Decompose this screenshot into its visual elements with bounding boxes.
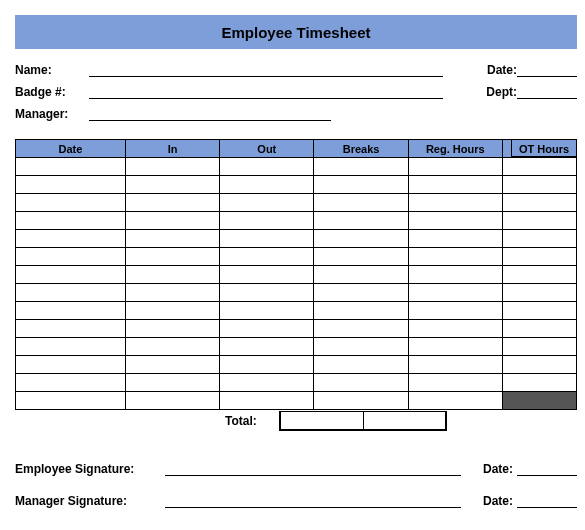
cell-out[interactable] bbox=[220, 338, 314, 356]
total-row: Total: bbox=[15, 410, 577, 432]
cell-out[interactable] bbox=[220, 230, 314, 248]
cell-ot[interactable] bbox=[502, 230, 576, 248]
cell-reg[interactable] bbox=[408, 356, 502, 374]
cell-ot[interactable] bbox=[502, 248, 576, 266]
cell-out[interactable] bbox=[220, 284, 314, 302]
cell-out[interactable] bbox=[220, 158, 314, 176]
cell-date[interactable] bbox=[16, 374, 126, 392]
cell-breaks[interactable] bbox=[314, 338, 408, 356]
employee-signature-field[interactable] bbox=[165, 462, 461, 476]
cell-out[interactable] bbox=[220, 302, 314, 320]
cell-ot[interactable] bbox=[502, 284, 576, 302]
cell-reg[interactable] bbox=[408, 194, 502, 212]
cell-reg[interactable] bbox=[408, 230, 502, 248]
cell-breaks[interactable] bbox=[314, 374, 408, 392]
cell-out[interactable] bbox=[220, 176, 314, 194]
cell-date[interactable] bbox=[16, 248, 126, 266]
cell-reg[interactable] bbox=[408, 248, 502, 266]
cell-reg[interactable] bbox=[408, 176, 502, 194]
manager-signature-field[interactable] bbox=[165, 494, 461, 508]
cell-reg[interactable] bbox=[408, 284, 502, 302]
cell-date[interactable] bbox=[16, 158, 126, 176]
table-row bbox=[16, 230, 577, 248]
cell-ot[interactable] bbox=[502, 212, 576, 230]
cell-in[interactable] bbox=[125, 248, 219, 266]
cell-date[interactable] bbox=[16, 284, 126, 302]
manager-field[interactable] bbox=[89, 107, 331, 121]
cell-out[interactable] bbox=[220, 356, 314, 374]
cell-breaks[interactable] bbox=[314, 392, 408, 410]
cell-out[interactable] bbox=[220, 212, 314, 230]
cell-in[interactable] bbox=[125, 230, 219, 248]
cell-ot[interactable] bbox=[502, 320, 576, 338]
cell-breaks[interactable] bbox=[314, 248, 408, 266]
cell-breaks[interactable] bbox=[314, 230, 408, 248]
cell-out[interactable] bbox=[220, 266, 314, 284]
cell-ot[interactable] bbox=[502, 302, 576, 320]
table-row bbox=[16, 158, 577, 176]
cell-ot[interactable] bbox=[502, 266, 576, 284]
cell-breaks[interactable] bbox=[314, 284, 408, 302]
cell-date[interactable] bbox=[16, 356, 126, 374]
dept-field[interactable] bbox=[517, 85, 577, 99]
cell-in[interactable] bbox=[125, 374, 219, 392]
cell-reg[interactable] bbox=[408, 392, 502, 410]
date-field[interactable] bbox=[517, 63, 577, 77]
cell-breaks[interactable] bbox=[314, 212, 408, 230]
cell-out[interactable] bbox=[220, 248, 314, 266]
cell-date[interactable] bbox=[16, 194, 126, 212]
cell-reg[interactable] bbox=[408, 266, 502, 284]
cell-in[interactable] bbox=[125, 212, 219, 230]
cell-date[interactable] bbox=[16, 338, 126, 356]
cell-ot[interactable] bbox=[502, 338, 576, 356]
cell-in[interactable] bbox=[125, 392, 219, 410]
total-breaks[interactable] bbox=[281, 412, 364, 429]
cell-reg[interactable] bbox=[408, 338, 502, 356]
badge-field[interactable] bbox=[89, 85, 443, 99]
cell-in[interactable] bbox=[125, 338, 219, 356]
cell-breaks[interactable] bbox=[314, 320, 408, 338]
cell-ot[interactable] bbox=[502, 194, 576, 212]
cell-in[interactable] bbox=[125, 320, 219, 338]
cell-in[interactable] bbox=[125, 176, 219, 194]
cell-in[interactable] bbox=[125, 284, 219, 302]
date-label: Date: bbox=[475, 63, 517, 77]
cell-in[interactable] bbox=[125, 266, 219, 284]
cell-in[interactable] bbox=[125, 158, 219, 176]
cell-ot[interactable] bbox=[502, 374, 576, 392]
cell-breaks[interactable] bbox=[314, 176, 408, 194]
cell-in[interactable] bbox=[125, 194, 219, 212]
total-reg[interactable] bbox=[364, 412, 446, 429]
manager-sig-date-field[interactable] bbox=[517, 494, 577, 508]
cell-out[interactable] bbox=[220, 392, 314, 410]
cell-out[interactable] bbox=[220, 194, 314, 212]
cell-breaks[interactable] bbox=[314, 356, 408, 374]
cell-breaks[interactable] bbox=[314, 302, 408, 320]
cell-ot[interactable] bbox=[502, 356, 576, 374]
name-field[interactable] bbox=[89, 63, 443, 77]
cell-date[interactable] bbox=[16, 230, 126, 248]
cell-date[interactable] bbox=[16, 266, 126, 284]
cell-reg[interactable] bbox=[408, 374, 502, 392]
cell-date[interactable] bbox=[16, 302, 126, 320]
employee-sig-date-field[interactable] bbox=[517, 462, 577, 476]
cell-date[interactable] bbox=[16, 212, 126, 230]
cell-out[interactable] bbox=[220, 320, 314, 338]
cell-breaks[interactable] bbox=[314, 266, 408, 284]
cell-ot[interactable] bbox=[502, 176, 576, 194]
col-breaks: Breaks bbox=[314, 140, 408, 158]
cell-date[interactable] bbox=[16, 392, 126, 410]
cell-reg[interactable] bbox=[408, 302, 502, 320]
cell-reg[interactable] bbox=[408, 320, 502, 338]
cell-in[interactable] bbox=[125, 302, 219, 320]
cell-date[interactable] bbox=[16, 176, 126, 194]
cell-ot[interactable] bbox=[502, 158, 576, 176]
cell-reg[interactable] bbox=[408, 158, 502, 176]
cell-ot[interactable] bbox=[502, 392, 576, 410]
cell-breaks[interactable] bbox=[314, 194, 408, 212]
cell-date[interactable] bbox=[16, 320, 126, 338]
cell-out[interactable] bbox=[220, 374, 314, 392]
cell-in[interactable] bbox=[125, 356, 219, 374]
cell-breaks[interactable] bbox=[314, 158, 408, 176]
cell-reg[interactable] bbox=[408, 212, 502, 230]
